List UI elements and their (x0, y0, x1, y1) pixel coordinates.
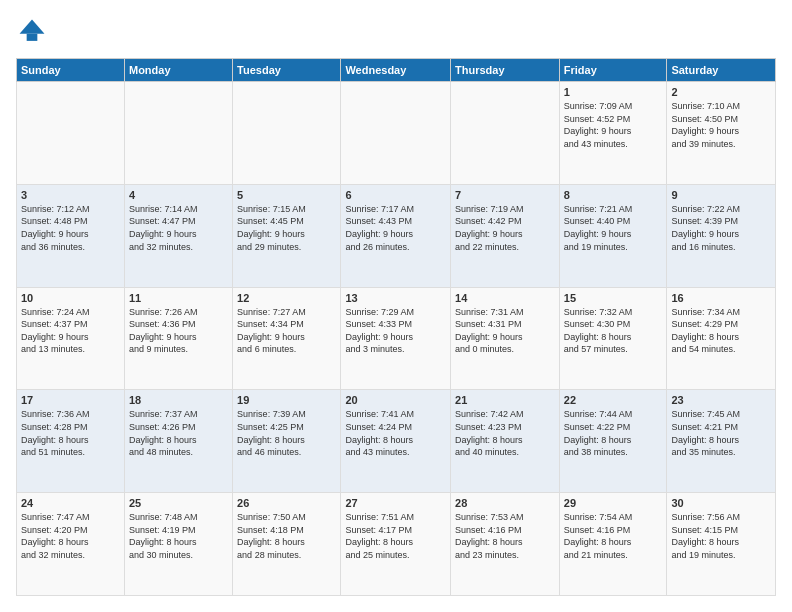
day-cell: 12Sunrise: 7:27 AM Sunset: 4:34 PM Dayli… (233, 287, 341, 390)
day-number: 3 (21, 189, 120, 201)
day-info: Sunrise: 7:17 AM Sunset: 4:43 PM Dayligh… (345, 203, 446, 253)
calendar-header: SundayMondayTuesdayWednesdayThursdayFrid… (17, 59, 776, 82)
day-header-saturday: Saturday (667, 59, 776, 82)
day-cell: 2Sunrise: 7:10 AM Sunset: 4:50 PM Daylig… (667, 82, 776, 185)
day-info: Sunrise: 7:14 AM Sunset: 4:47 PM Dayligh… (129, 203, 228, 253)
day-number: 6 (345, 189, 446, 201)
day-cell: 7Sunrise: 7:19 AM Sunset: 4:42 PM Daylig… (451, 184, 560, 287)
day-info: Sunrise: 7:10 AM Sunset: 4:50 PM Dayligh… (671, 100, 771, 150)
day-info: Sunrise: 7:12 AM Sunset: 4:48 PM Dayligh… (21, 203, 120, 253)
day-number: 26 (237, 497, 336, 509)
day-number: 15 (564, 292, 663, 304)
day-cell: 27Sunrise: 7:51 AM Sunset: 4:17 PM Dayli… (341, 493, 451, 596)
day-header-sunday: Sunday (17, 59, 125, 82)
day-cell: 17Sunrise: 7:36 AM Sunset: 4:28 PM Dayli… (17, 390, 125, 493)
day-info: Sunrise: 7:24 AM Sunset: 4:37 PM Dayligh… (21, 306, 120, 356)
day-cell: 18Sunrise: 7:37 AM Sunset: 4:26 PM Dayli… (124, 390, 232, 493)
day-cell: 19Sunrise: 7:39 AM Sunset: 4:25 PM Dayli… (233, 390, 341, 493)
page: SundayMondayTuesdayWednesdayThursdayFrid… (0, 0, 792, 612)
day-number: 11 (129, 292, 228, 304)
day-cell: 14Sunrise: 7:31 AM Sunset: 4:31 PM Dayli… (451, 287, 560, 390)
calendar-table: SundayMondayTuesdayWednesdayThursdayFrid… (16, 58, 776, 596)
logo-icon (16, 16, 48, 48)
week-row-1: 1Sunrise: 7:09 AM Sunset: 4:52 PM Daylig… (17, 82, 776, 185)
day-cell (451, 82, 560, 185)
week-row-2: 3Sunrise: 7:12 AM Sunset: 4:48 PM Daylig… (17, 184, 776, 287)
day-number: 16 (671, 292, 771, 304)
svg-rect-1 (27, 34, 38, 41)
day-header-monday: Monday (124, 59, 232, 82)
day-cell: 4Sunrise: 7:14 AM Sunset: 4:47 PM Daylig… (124, 184, 232, 287)
day-info: Sunrise: 7:53 AM Sunset: 4:16 PM Dayligh… (455, 511, 555, 561)
day-cell: 5Sunrise: 7:15 AM Sunset: 4:45 PM Daylig… (233, 184, 341, 287)
day-info: Sunrise: 7:51 AM Sunset: 4:17 PM Dayligh… (345, 511, 446, 561)
day-cell: 1Sunrise: 7:09 AM Sunset: 4:52 PM Daylig… (559, 82, 667, 185)
day-cell: 16Sunrise: 7:34 AM Sunset: 4:29 PM Dayli… (667, 287, 776, 390)
calendar: SundayMondayTuesdayWednesdayThursdayFrid… (16, 58, 776, 596)
day-cell: 11Sunrise: 7:26 AM Sunset: 4:36 PM Dayli… (124, 287, 232, 390)
week-row-4: 17Sunrise: 7:36 AM Sunset: 4:28 PM Dayli… (17, 390, 776, 493)
day-cell: 10Sunrise: 7:24 AM Sunset: 4:37 PM Dayli… (17, 287, 125, 390)
day-info: Sunrise: 7:39 AM Sunset: 4:25 PM Dayligh… (237, 408, 336, 458)
day-info: Sunrise: 7:22 AM Sunset: 4:39 PM Dayligh… (671, 203, 771, 253)
day-number: 20 (345, 394, 446, 406)
day-number: 29 (564, 497, 663, 509)
day-cell: 3Sunrise: 7:12 AM Sunset: 4:48 PM Daylig… (17, 184, 125, 287)
logo (16, 16, 52, 48)
day-info: Sunrise: 7:44 AM Sunset: 4:22 PM Dayligh… (564, 408, 663, 458)
day-cell: 24Sunrise: 7:47 AM Sunset: 4:20 PM Dayli… (17, 493, 125, 596)
day-header-tuesday: Tuesday (233, 59, 341, 82)
day-info: Sunrise: 7:29 AM Sunset: 4:33 PM Dayligh… (345, 306, 446, 356)
day-info: Sunrise: 7:31 AM Sunset: 4:31 PM Dayligh… (455, 306, 555, 356)
day-cell: 23Sunrise: 7:45 AM Sunset: 4:21 PM Dayli… (667, 390, 776, 493)
day-number: 24 (21, 497, 120, 509)
day-info: Sunrise: 7:15 AM Sunset: 4:45 PM Dayligh… (237, 203, 336, 253)
day-info: Sunrise: 7:21 AM Sunset: 4:40 PM Dayligh… (564, 203, 663, 253)
day-number: 21 (455, 394, 555, 406)
day-info: Sunrise: 7:32 AM Sunset: 4:30 PM Dayligh… (564, 306, 663, 356)
day-number: 13 (345, 292, 446, 304)
day-cell: 26Sunrise: 7:50 AM Sunset: 4:18 PM Dayli… (233, 493, 341, 596)
day-number: 27 (345, 497, 446, 509)
day-info: Sunrise: 7:19 AM Sunset: 4:42 PM Dayligh… (455, 203, 555, 253)
day-number: 12 (237, 292, 336, 304)
day-info: Sunrise: 7:56 AM Sunset: 4:15 PM Dayligh… (671, 511, 771, 561)
day-cell (17, 82, 125, 185)
day-header-wednesday: Wednesday (341, 59, 451, 82)
day-number: 23 (671, 394, 771, 406)
day-header-friday: Friday (559, 59, 667, 82)
day-info: Sunrise: 7:50 AM Sunset: 4:18 PM Dayligh… (237, 511, 336, 561)
day-number: 1 (564, 86, 663, 98)
day-info: Sunrise: 7:09 AM Sunset: 4:52 PM Dayligh… (564, 100, 663, 150)
calendar-body: 1Sunrise: 7:09 AM Sunset: 4:52 PM Daylig… (17, 82, 776, 596)
day-number: 2 (671, 86, 771, 98)
day-cell: 25Sunrise: 7:48 AM Sunset: 4:19 PM Dayli… (124, 493, 232, 596)
day-number: 5 (237, 189, 336, 201)
day-cell (124, 82, 232, 185)
week-row-3: 10Sunrise: 7:24 AM Sunset: 4:37 PM Dayli… (17, 287, 776, 390)
week-row-5: 24Sunrise: 7:47 AM Sunset: 4:20 PM Dayli… (17, 493, 776, 596)
day-number: 4 (129, 189, 228, 201)
day-number: 19 (237, 394, 336, 406)
day-number: 7 (455, 189, 555, 201)
header (16, 16, 776, 48)
day-number: 30 (671, 497, 771, 509)
day-cell: 21Sunrise: 7:42 AM Sunset: 4:23 PM Dayli… (451, 390, 560, 493)
day-info: Sunrise: 7:42 AM Sunset: 4:23 PM Dayligh… (455, 408, 555, 458)
day-cell: 6Sunrise: 7:17 AM Sunset: 4:43 PM Daylig… (341, 184, 451, 287)
day-cell (233, 82, 341, 185)
svg-marker-0 (20, 20, 45, 34)
day-cell: 8Sunrise: 7:21 AM Sunset: 4:40 PM Daylig… (559, 184, 667, 287)
day-info: Sunrise: 7:45 AM Sunset: 4:21 PM Dayligh… (671, 408, 771, 458)
day-number: 18 (129, 394, 228, 406)
day-info: Sunrise: 7:41 AM Sunset: 4:24 PM Dayligh… (345, 408, 446, 458)
day-cell: 30Sunrise: 7:56 AM Sunset: 4:15 PM Dayli… (667, 493, 776, 596)
day-number: 9 (671, 189, 771, 201)
day-info: Sunrise: 7:47 AM Sunset: 4:20 PM Dayligh… (21, 511, 120, 561)
day-cell: 29Sunrise: 7:54 AM Sunset: 4:16 PM Dayli… (559, 493, 667, 596)
day-cell: 28Sunrise: 7:53 AM Sunset: 4:16 PM Dayli… (451, 493, 560, 596)
day-cell: 9Sunrise: 7:22 AM Sunset: 4:39 PM Daylig… (667, 184, 776, 287)
day-number: 17 (21, 394, 120, 406)
day-number: 10 (21, 292, 120, 304)
day-header-thursday: Thursday (451, 59, 560, 82)
